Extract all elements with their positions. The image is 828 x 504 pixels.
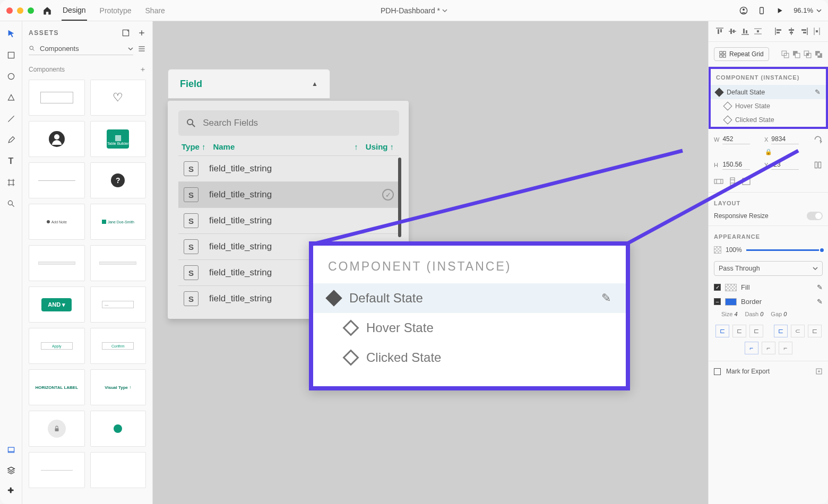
search-fields-input[interactable]	[178, 110, 399, 136]
y-input[interactable]	[771, 160, 799, 170]
plugins-panel-icon[interactable]	[6, 485, 16, 496]
rotate-icon[interactable]	[813, 135, 823, 144]
align-left-icon[interactable]	[773, 25, 784, 37]
component-thumb[interactable]	[90, 452, 146, 488]
component-thumb[interactable]: ▦Table Builder	[90, 121, 146, 157]
state-clicked[interactable]: Clicked State	[711, 113, 826, 127]
home-icon[interactable]	[42, 6, 52, 15]
assets-panel-icon[interactable]	[6, 445, 16, 455]
flip-icon[interactable]	[813, 160, 823, 170]
responsive-resize-toggle[interactable]	[807, 212, 823, 220]
add-component-icon[interactable]	[140, 66, 146, 73]
component-thumb[interactable]	[29, 411, 85, 447]
component-thumb[interactable]	[29, 80, 85, 116]
field-dropdown-header[interactable]: Field ▲	[168, 69, 330, 99]
component-thumb[interactable]: HORIZONTAL LABEL	[29, 369, 85, 405]
height-input[interactable]	[722, 160, 750, 170]
fill-swatch[interactable]	[725, 284, 737, 291]
zoom-control[interactable]: 96.1%	[794, 6, 822, 14]
search-fields-text[interactable]	[203, 118, 392, 128]
callout-state-clicked[interactable]: Clicked State	[313, 343, 626, 372]
assets-filter-dropdown[interactable]: Components	[29, 42, 133, 55]
list-view-icon[interactable]	[137, 45, 146, 53]
select-tool-icon[interactable]	[6, 29, 16, 39]
align-hcenter-icon[interactable]	[786, 25, 797, 37]
component-thumb[interactable]: AND ▾	[29, 286, 85, 323]
distribute-v-icon[interactable]	[752, 25, 764, 37]
zoom-tool-icon[interactable]	[6, 198, 16, 209]
boolean-exclude-icon[interactable]	[815, 50, 823, 58]
user-icon[interactable]	[739, 6, 748, 15]
width-input[interactable]	[722, 134, 750, 144]
scroll-none-icon[interactable]	[741, 177, 751, 186]
fill-checkbox[interactable]: ✓	[714, 284, 721, 291]
document-title[interactable]: PDH-Dashboard *	[381, 6, 447, 15]
field-row[interactable]: Sfield_title_string	[178, 155, 399, 181]
component-thumb[interactable]: Apply	[29, 328, 85, 364]
boolean-subtract-icon[interactable]	[792, 50, 800, 58]
scroll-horizontal-icon[interactable]	[714, 177, 723, 186]
eyedropper-icon[interactable]: ✎	[817, 298, 823, 306]
component-thumb[interactable]	[29, 245, 85, 281]
cap-round-icon[interactable]: ⊂	[791, 325, 805, 337]
border-swatch[interactable]	[725, 298, 737, 306]
align-vcenter-icon[interactable]	[727, 25, 738, 37]
minimize-window-button[interactable]	[17, 7, 23, 14]
component-thumb[interactable]: ♡	[90, 80, 146, 116]
callout-state-default[interactable]: Default State✎	[313, 283, 626, 313]
line-tool-icon[interactable]	[6, 114, 16, 124]
tab-prototype[interactable]: Prototype	[99, 1, 133, 20]
component-thumb[interactable]: Add Note	[29, 204, 85, 240]
join-miter-icon[interactable]: ⌐	[745, 342, 758, 354]
stroke-outer-icon[interactable]: ⊏	[749, 325, 763, 337]
polygon-tool-icon[interactable]	[6, 92, 16, 103]
edit-icon[interactable]: ✎	[815, 88, 821, 96]
col-using[interactable]: Using ↑	[366, 142, 394, 151]
component-thumb[interactable]: Visual Type ↑	[90, 369, 146, 405]
list-scrollbar[interactable]	[398, 158, 401, 237]
distribute-h-icon[interactable]	[811, 25, 823, 37]
component-thumb[interactable]	[90, 411, 146, 447]
stroke-inner-icon[interactable]: ⊏	[715, 325, 729, 337]
col-name[interactable]: Name↑	[213, 142, 358, 151]
cap-butt-icon[interactable]: ⊏	[774, 325, 788, 337]
align-bottom-icon[interactable]	[739, 25, 751, 37]
component-thumb[interactable]	[90, 245, 146, 281]
align-top-icon[interactable]	[714, 25, 726, 37]
component-thumb[interactable]	[29, 121, 85, 157]
blend-mode-dropdown[interactable]: Pass Through	[714, 261, 823, 276]
join-round-icon[interactable]: ⌐	[762, 342, 775, 354]
component-thumb[interactable]: ?	[90, 162, 146, 198]
component-thumb[interactable]: Jane Doe-Smith	[90, 204, 146, 240]
play-icon[interactable]	[775, 6, 784, 15]
scroll-vertical-icon[interactable]	[728, 177, 737, 186]
state-hover[interactable]: Hover State	[711, 99, 826, 113]
cap-projecting-icon[interactable]: ⊏	[808, 325, 822, 337]
component-thumb[interactable]: —	[90, 286, 146, 323]
field-row[interactable]: Sfield_title_string✓	[178, 181, 399, 207]
eyedropper-icon[interactable]: ✎	[817, 283, 823, 291]
maximize-window-button[interactable]	[28, 7, 34, 14]
layers-panel-icon[interactable]	[6, 465, 16, 475]
tab-design[interactable]: Design	[62, 1, 87, 21]
component-thumb[interactable]	[29, 162, 85, 198]
state-default[interactable]: Default State✎	[711, 85, 826, 99]
component-thumb[interactable]	[29, 452, 85, 488]
field-row[interactable]: Sfield_title_string	[178, 207, 399, 233]
stroke-center-icon[interactable]: ⊏	[732, 325, 746, 337]
col-type[interactable]: Type ↑	[182, 142, 205, 151]
link-assets-icon[interactable]	[122, 29, 130, 37]
align-right-icon[interactable]	[798, 25, 810, 37]
border-checkbox[interactable]	[714, 298, 721, 305]
repeat-grid-button[interactable]: Repeat Grid	[714, 47, 769, 61]
edit-icon[interactable]: ✎	[601, 291, 611, 305]
join-bevel-icon[interactable]: ⌐	[779, 342, 792, 354]
mobile-preview-icon[interactable]	[757, 6, 766, 15]
text-tool-icon[interactable]: T	[6, 156, 16, 167]
x-input[interactable]	[771, 134, 799, 144]
pen-tool-icon[interactable]	[6, 135, 16, 145]
opacity-slider[interactable]	[746, 249, 823, 251]
callout-state-hover[interactable]: Hover State	[313, 313, 626, 343]
component-thumb[interactable]: Confirm	[90, 328, 146, 364]
artboard-tool-icon[interactable]	[6, 177, 16, 188]
